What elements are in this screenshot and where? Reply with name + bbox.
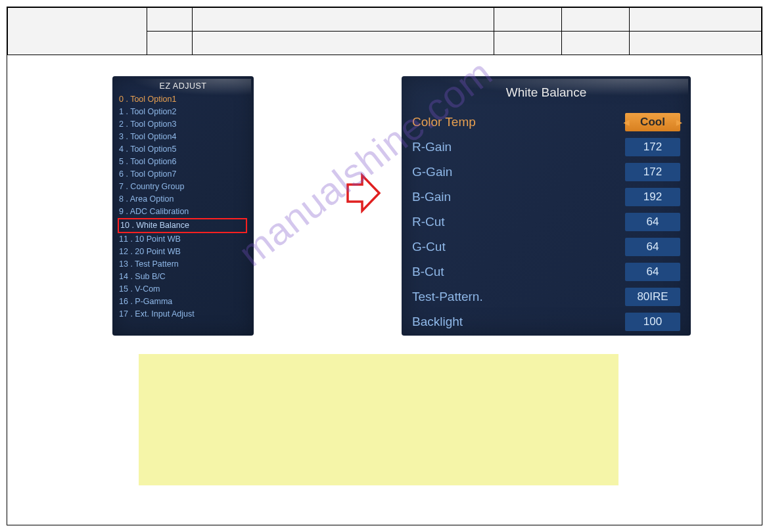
wb-setting-value[interactable]: 100 [625,313,680,331]
ez-menu-item[interactable]: 5 . Tool Option6 [119,156,247,168]
wb-setting-row[interactable]: B-Cut64 [412,261,680,282]
ez-menu-item[interactable]: 1 . Tool Option2 [119,106,247,118]
wb-setting-row[interactable]: G-Gain172 [412,162,680,183]
header-table [7,7,762,55]
ez-menu-item[interactable]: 10 . White Balance [118,218,247,233]
ez-menu-item[interactable]: 3 . Tool Option4 [119,131,247,143]
ez-menu-item[interactable]: 6 . Tool Option7 [119,168,247,181]
ez-adjust-screen: EZ ADJUST 0 . Tool Option11 . Tool Optio… [112,76,254,336]
ez-menu-item[interactable]: 11 . 10 Point WB [119,233,247,246]
ez-menu-item[interactable]: 13 . Test Pattern [119,258,247,271]
header-cell-logo [8,8,147,55]
ez-menu-item[interactable]: 17 . Ext. Input Adjust [119,308,247,321]
document-frame: EZ ADJUST 0 . Tool Option11 . Tool Optio… [7,7,762,525]
ez-menu-item[interactable]: 7 . Country Group [119,181,247,193]
ez-adjust-title: EZ ADJUST [119,81,247,91]
wb-setting-label: Color Temp [412,115,476,129]
wb-setting-label: Backlight [412,315,463,329]
wb-setting-row[interactable]: G-Cut64 [412,236,680,257]
header-cell [147,32,193,55]
ez-menu-item[interactable]: 4 . Tool Option5 [119,143,247,156]
ez-menu-item[interactable]: 15 . V-Com [119,283,247,296]
wb-setting-value[interactable]: 172 [625,163,680,181]
note-box [139,354,618,485]
header-cell [630,32,762,55]
ez-menu-item[interactable]: 0 . Tool Option1 [119,93,247,106]
header-cell [193,32,494,55]
ez-menu-item[interactable]: 16 . P-Gamma [119,296,247,308]
header-cell [193,8,494,32]
wb-setting-row[interactable]: R-Gain172 [412,137,680,158]
wb-setting-value[interactable]: Cool [625,113,680,131]
wb-setting-value[interactable]: 64 [625,213,680,231]
ez-menu-item[interactable]: 9 . ADC Calibration [119,206,247,218]
wb-setting-label: B-Cut [412,265,444,279]
header-cell [630,8,762,32]
wb-setting-row[interactable]: Color TempCool [412,112,680,133]
white-balance-screen: White Balance Color TempCoolR-Gain172G-G… [402,76,691,336]
wb-setting-label: B-Gain [412,190,451,204]
white-balance-title: White Balance [412,85,680,100]
white-balance-rows: Color TempCoolR-Gain172G-Gain172B-Gain19… [412,112,680,336]
wb-setting-row[interactable]: Test-Pattern.80IRE [412,286,680,307]
wb-setting-label: R-Cut [412,215,445,229]
header-cell [147,8,193,32]
wb-setting-value[interactable]: 172 [625,138,680,156]
wb-setting-value[interactable]: 192 [625,188,680,206]
wb-setting-value[interactable]: 80IRE [625,288,680,306]
ez-menu-item[interactable]: 14 . Sub B/C [119,271,247,283]
wb-setting-label: Test-Pattern. [412,290,483,304]
ez-menu-item[interactable]: 2 . Tool Option3 [119,118,247,131]
header-cell [494,32,561,55]
wb-setting-row[interactable]: Backlight100 [412,311,680,332]
content-area: EZ ADJUST 0 . Tool Option11 . Tool Optio… [7,55,762,502]
wb-setting-value[interactable]: 64 [625,238,680,256]
wb-setting-label: R-Gain [412,140,452,154]
header-cell [494,8,561,32]
wb-setting-row[interactable]: R-Cut64 [412,211,680,233]
ez-menu-item[interactable]: 8 . Area Option [119,193,247,206]
header-cell [562,32,630,55]
ez-menu-item[interactable]: 12 . 20 Point WB [119,246,247,258]
wb-setting-label: G-Gain [412,165,452,179]
wb-setting-label: G-Cut [412,240,446,254]
wb-setting-row[interactable]: B-Gain192 [412,187,680,208]
wb-setting-value[interactable]: 64 [625,263,680,281]
arrow-icon [342,170,382,216]
header-cell [562,8,630,32]
ez-adjust-menu: 0 . Tool Option11 . Tool Option22 . Tool… [119,93,247,321]
